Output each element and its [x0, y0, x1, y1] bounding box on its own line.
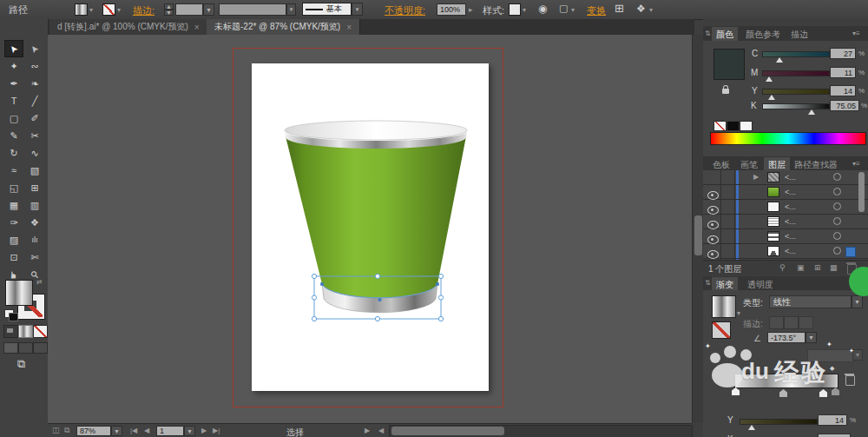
default-stroke-mini[interactable]: [9, 313, 18, 321]
layer-row-3-visibility-icon[interactable]: [707, 206, 719, 215]
status-doc-icon[interactable]: ◫: [52, 426, 60, 434]
gradient-type-dropdown-icon[interactable]: ▼: [852, 295, 863, 308]
gradient-value-field-k[interactable]: 75.05: [818, 434, 851, 437]
brush-definition-dropdown[interactable]: ▾: [352, 3, 363, 16]
scissors-tool[interactable]: ✂: [25, 127, 44, 144]
warp-tool[interactable]: ≈: [4, 162, 23, 179]
pen-tool[interactable]: ✒: [4, 75, 23, 92]
layers-panel-menu-icon[interactable]: ▾≡: [852, 160, 860, 168]
stop-opacity-dropdown-icon[interactable]: ▼: [852, 349, 863, 361]
layer-row-4-target-icon[interactable]: [833, 217, 841, 225]
recolor-artwork-icon[interactable]: ◉: [538, 3, 547, 14]
value-field-c[interactable]: 27: [830, 48, 856, 59]
gradient-stop-1[interactable]: [732, 387, 740, 395]
transform-link[interactable]: 变换: [587, 4, 606, 17]
value-field-k[interactable]: 75.05: [830, 100, 859, 111]
slider-track-y[interactable]: [762, 89, 830, 95]
layer-row-6-thumbnail[interactable]: [767, 246, 779, 256]
current-color-swatch[interactable]: [713, 49, 745, 80]
gradient-angle-dropdown-icon[interactable]: ▼: [806, 332, 817, 343]
vertical-scrollbar-thumb[interactable]: [694, 215, 702, 255]
gradient-stop-2[interactable]: [779, 389, 787, 397]
layer-row-3-thumbnail[interactable]: [767, 202, 779, 212]
layer-row-5-thumbnail[interactable]: [767, 231, 779, 242]
color-mode-button[interactable]: [3, 325, 18, 338]
color-spectrum-bar[interactable]: [710, 132, 866, 145]
layer-row-6-target-icon[interactable]: [833, 247, 841, 255]
lasso-tool[interactable]: ∾: [25, 57, 44, 75]
color-panel-menu-icon[interactable]: ▾≡: [852, 30, 860, 37]
gradient-preview-swatch[interactable]: [712, 295, 736, 318]
new-layer-icon[interactable]: ▦: [830, 263, 838, 272]
gradient-stroke-swatch[interactable]: [712, 321, 731, 339]
layer-row-2-name[interactable]: <...: [785, 188, 796, 196]
canvas-area[interactable]: [48, 35, 692, 423]
slice-tool[interactable]: ✄: [25, 248, 44, 266]
more-options-dropdown-icon[interactable]: ▾: [649, 6, 653, 14]
style-dropdown-icon[interactable]: ▾: [523, 6, 526, 14]
gradient-stroke-option-1[interactable]: [769, 316, 784, 329]
layer-row-1-expand-icon[interactable]: ▶: [753, 173, 759, 181]
status-expander-icon[interactable]: ▶: [365, 427, 370, 434]
stroke-weight-dropdown[interactable]: ▼: [203, 3, 214, 16]
layers-scrollbar-thumb[interactable]: [858, 172, 865, 212]
layer-row-2-target-icon[interactable]: [833, 188, 841, 195]
slider-thumb-k[interactable]: [808, 109, 815, 115]
gradient-slider-thumb-y[interactable]: [748, 425, 755, 430]
width-profile-dropdown[interactable]: ▾: [286, 3, 296, 16]
tab-document-2[interactable]: 未标题-22* @ 87% (CMYK/预览) ×: [207, 19, 360, 35]
rectangle-tool[interactable]: ▢: [4, 109, 23, 127]
layer-row-3-name[interactable]: <...: [785, 202, 796, 211]
align-icon[interactable]: ⊞: [615, 3, 624, 14]
stroke-weight-field[interactable]: [175, 3, 203, 16]
layer-row-2-thumbnail[interactable]: [767, 187, 779, 197]
more-options-icon[interactable]: ❖: [636, 3, 646, 14]
layer-row-5-target-icon[interactable]: [833, 232, 841, 240]
eyedropper-tool[interactable]: ✑: [4, 214, 23, 231]
gradient-midpoint-icon-1[interactable]: ◆: [812, 365, 817, 372]
brush-definition-field[interactable]: 基本: [302, 3, 352, 16]
delete-stop-icon[interactable]: [845, 375, 855, 386]
layer-row-5-visibility-icon[interactable]: [707, 235, 719, 244]
fill-proxy[interactable]: [5, 280, 33, 306]
layer-row-2[interactable]: <...: [703, 185, 868, 200]
select-similar-dropdown-icon[interactable]: ▾: [571, 6, 575, 14]
prev-artboard-icon[interactable]: ◀: [144, 427, 149, 434]
draw-inside-mode-button[interactable]: [33, 342, 48, 354]
pencil-tool[interactable]: ✎: [4, 127, 23, 144]
value-field-y[interactable]: 14: [830, 85, 856, 96]
slider-track-c[interactable]: [762, 51, 830, 57]
magic-wand-tool[interactable]: ✦: [4, 57, 23, 75]
layer-row-6-name[interactable]: <...: [785, 247, 796, 255]
artboard-tool[interactable]: ⊡: [4, 248, 23, 266]
layer-row-1-target-icon[interactable]: [833, 173, 841, 181]
first-artboard-icon[interactable]: |◀: [130, 427, 137, 434]
gradient-type-dropdown[interactable]: 线性: [769, 295, 852, 308]
tab-document-1-close-icon[interactable]: ×: [194, 23, 200, 32]
stop-opacity-field[interactable]: [807, 349, 854, 362]
delete-layer-icon[interactable]: [847, 264, 857, 275]
lock-icon[interactable]: [722, 89, 729, 94]
gradient-value-field-y[interactable]: 14: [818, 414, 847, 426]
layer-row-6[interactable]: <...: [703, 244, 868, 259]
gradient-midpoint-icon-2[interactable]: ◆: [830, 365, 834, 372]
width-tool[interactable]: ∿: [25, 144, 44, 162]
selection-tool[interactable]: ➤: [4, 40, 23, 57]
paintbrush-tool[interactable]: ✐: [25, 109, 44, 127]
clipping-mask-icon[interactable]: ▣: [797, 263, 805, 272]
gradient-stroke-option-2[interactable]: [784, 316, 799, 329]
gradient-preset-dropdown-icon[interactable]: ▾: [737, 309, 740, 317]
value-field-m[interactable]: 11: [830, 67, 856, 78]
rotate-tool[interactable]: ↻: [4, 144, 23, 162]
gradient-stroke-option-3[interactable]: [799, 316, 813, 329]
blend-tool[interactable]: ❖: [25, 214, 44, 231]
opacity-field[interactable]: 100%: [437, 3, 466, 16]
gradient-mode-button[interactable]: [18, 325, 33, 338]
zoom-level-field[interactable]: 87%: [76, 426, 111, 436]
free-transform-tool[interactable]: ▧: [25, 162, 44, 179]
slider-track-k[interactable]: [762, 103, 830, 109]
width-profile-field[interactable]: [219, 3, 286, 16]
horizontal-scrollbar-thumb[interactable]: [391, 427, 504, 435]
new-sublayer-icon[interactable]: ⊞: [814, 263, 821, 272]
zoom-level-dropdown-icon[interactable]: ▼: [111, 426, 122, 436]
